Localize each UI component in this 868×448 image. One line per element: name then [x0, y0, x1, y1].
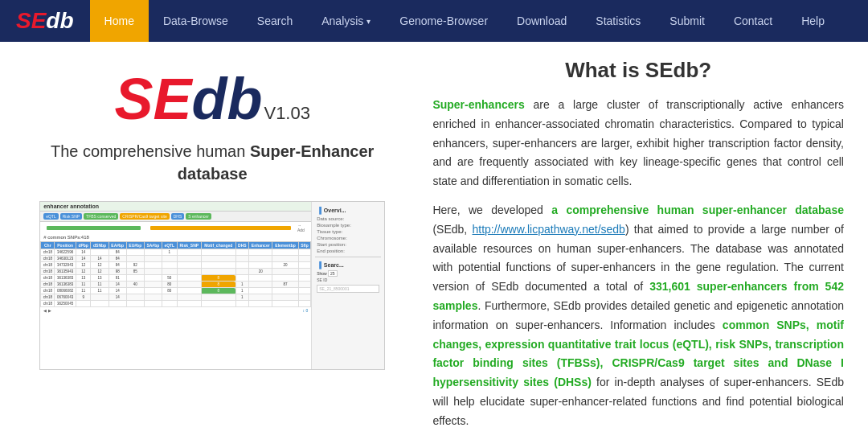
- description: Super-enhancers are a large cluster of t…: [432, 96, 844, 431]
- nav-help[interactable]: Help: [787, 0, 839, 42]
- ss-toolbar: eQTL Risk SNP TFBS conserved CRISPR/Cas9…: [40, 212, 311, 222]
- navbar: SEdb Home Data-Browse Search Analysis ▾ …: [0, 0, 868, 42]
- tagline-db-word: database: [178, 165, 248, 183]
- para2-start: Here, we developed: [432, 203, 551, 216]
- nav-submit[interactable]: Submit: [655, 0, 719, 42]
- ss-header: enhancer annotation: [40, 202, 311, 212]
- ss-btn-eqtl[interactable]: eQTL: [43, 213, 59, 220]
- nav-analysis[interactable]: Analysis ▾: [307, 0, 385, 42]
- para2-mid: (SEdb,: [432, 223, 472, 236]
- ss-pagination: ◀ ▶ ↕ 0: [40, 307, 311, 314]
- ss-search-title: ▐ Searc...: [315, 260, 381, 270]
- hero-tagline: The comprehensive human Super-Enhancer d…: [51, 140, 374, 185]
- ss-table: ChrPositiondPbpdSNbpEA#bpEU#bpSA#bpeQTLR…: [40, 241, 311, 307]
- nav-statistics[interactable]: Statistics: [581, 0, 655, 42]
- tagline-s: S: [250, 142, 260, 160]
- hero-logo-db: db: [191, 66, 262, 132]
- ss-search-box[interactable]: SE_21_8500001: [317, 285, 379, 293]
- tagline-bold: Super-Enhancer: [250, 142, 375, 160]
- comprehensive-link[interactable]: a comprehensive human super-enhancer dat…: [551, 203, 844, 216]
- ss-btn-risk[interactable]: Risk SNP: [60, 213, 82, 220]
- ss-btn-crispr[interactable]: CRISPR/Cas9 target site: [120, 213, 169, 220]
- analysis-chevron-icon: ▾: [366, 17, 371, 26]
- brand-se: SE: [16, 8, 46, 34]
- section-title: What is SEdb?: [432, 58, 844, 83]
- brand-logo[interactable]: SEdb: [0, 8, 90, 34]
- left-panel: SEdbV1.03 The comprehensive human Super-…: [0, 42, 416, 448]
- nav-items: Home Data-Browse Search Analysis ▾ Genom…: [90, 0, 839, 42]
- para1: Super-enhancers are a large cluster of t…: [432, 96, 844, 191]
- screenshot-preview: enhancer annotation eQTL Risk SNP TFBS c…: [39, 201, 385, 370]
- ss-btn-dhs[interactable]: DHS: [171, 213, 185, 220]
- ss-overview-title: ▐ Overvi...: [315, 205, 381, 216]
- nav-contact[interactable]: Contact: [719, 0, 787, 42]
- ss-btn-senhancer[interactable]: S enhancer: [186, 213, 211, 220]
- hero-logo: SEdbV1.03: [114, 66, 310, 132]
- nav-home[interactable]: Home: [90, 0, 149, 42]
- para2: Here, we developed a comprehensive human…: [432, 201, 844, 431]
- tagline-e: E: [301, 142, 311, 160]
- nav-genome-browser[interactable]: Genome-Browser: [385, 0, 502, 42]
- hero-logo-se: SE: [114, 66, 191, 132]
- right-panel: What is SEdb? Super-enhancers are a larg…: [416, 42, 868, 448]
- super-enhancers-label: Super-enhancers: [432, 98, 524, 111]
- tagline-pre: The comprehensive human: [51, 142, 250, 160]
- brand-db: db: [46, 8, 73, 34]
- ss-snp-title: # common SNPs:418: [40, 233, 311, 241]
- hero-version: V1.03: [264, 103, 310, 124]
- nav-download[interactable]: Download: [502, 0, 581, 42]
- nav-search[interactable]: Search: [243, 0, 307, 42]
- main-content: SEdbV1.03 The comprehensive human Super-…: [0, 42, 868, 448]
- para1-text: are a large cluster of transcriptionally…: [432, 98, 844, 187]
- ss-btn-tfbs[interactable]: TFBS conserved: [84, 213, 118, 220]
- url-link[interactable]: http://www.licpathway.net/sedb: [472, 223, 624, 236]
- nav-data-browse[interactable]: Data-Browse: [149, 0, 243, 42]
